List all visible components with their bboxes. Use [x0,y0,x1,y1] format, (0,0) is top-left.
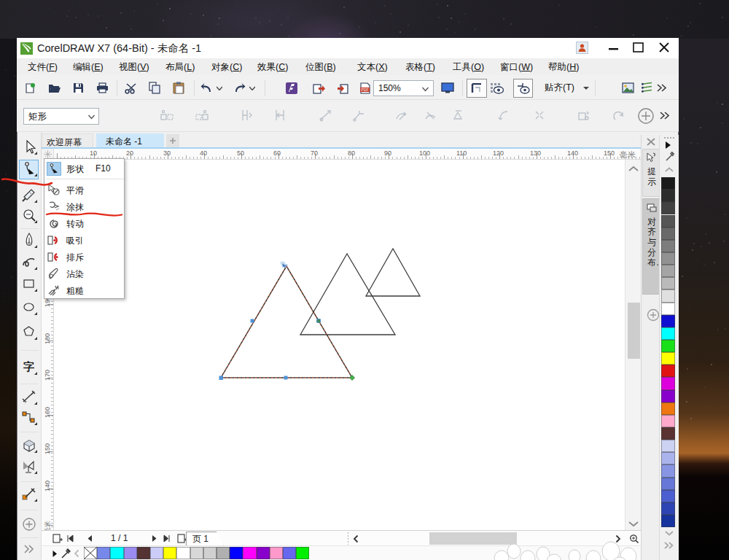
svg-text:PDF: PDF [361,88,368,92]
